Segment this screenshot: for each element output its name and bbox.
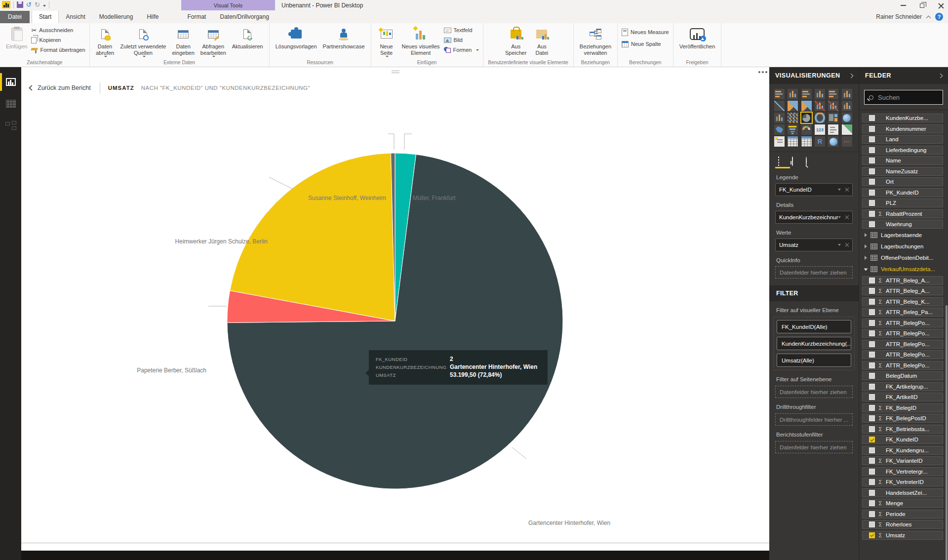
field-row[interactable]: Σ FK_Artikelgrup... <box>862 382 943 391</box>
100-stacked-bar-chart-icon[interactable] <box>828 89 838 99</box>
field-row[interactable]: Σ KundenKurzbe... <box>862 114 943 122</box>
kpi-icon[interactable] <box>842 124 852 135</box>
field-row[interactable]: Σ ATTR_Beleg_A... <box>862 276 943 285</box>
table-row[interactable]: Σ Lagerbestaende <box>862 231 943 240</box>
field-checkbox[interactable] <box>869 168 875 174</box>
field-row[interactable]: Σ Roherloes <box>862 520 943 529</box>
field-row[interactable]: Σ FK_Kundengru... <box>862 446 943 455</box>
field-row[interactable]: Σ ATTR_Beleg_Pa... <box>862 308 943 317</box>
field-checkbox[interactable] <box>869 405 875 411</box>
clustered-bar-chart-icon[interactable] <box>801 89 812 99</box>
line-stacked-column-chart-icon[interactable] <box>828 101 838 111</box>
tab-format[interactable] <box>792 157 793 168</box>
ribbon-chart-icon[interactable] <box>842 101 852 111</box>
field-checkbox[interactable] <box>869 211 875 217</box>
text-box-button[interactable]: Textfeld <box>444 26 479 35</box>
from-store-button[interactable]: Aus Speicher <box>503 25 528 59</box>
field-checkbox[interactable] <box>869 115 875 121</box>
scrollbar-thumb[interactable] <box>946 305 948 560</box>
field-checkbox[interactable] <box>869 426 875 432</box>
chevron-down-icon[interactable] <box>838 216 841 218</box>
field-row[interactable]: Σ Waehrung <box>862 220 943 229</box>
field-row[interactable]: Σ ATTR_BelegPo... <box>862 329 943 338</box>
field-row[interactable]: Σ ATTR_Beleg_K... <box>862 297 943 306</box>
field-row[interactable]: Σ Name <box>862 156 943 165</box>
field-checkbox[interactable] <box>869 200 875 206</box>
recent-sources-button[interactable]: Zuletzt verwendete Quellen <box>118 25 168 59</box>
chevron-down-icon[interactable] <box>838 244 841 246</box>
field-row[interactable]: Σ ATTR_BelegPo... <box>862 319 943 327</box>
collapse-panel-icon[interactable] <box>849 73 854 78</box>
field-checkbox[interactable] <box>869 147 875 153</box>
field-row[interactable]: Σ FK_Betriebssta... <box>862 425 943 434</box>
filter-pill[interactable]: FK_KundeID(Alle) <box>777 320 851 333</box>
cut-button[interactable]: ✂Ausschneiden <box>31 26 85 35</box>
stacked-column-chart-icon[interactable] <box>788 89 798 99</box>
page-filter-dropzone[interactable]: Datenfelder hierher ziehen <box>775 386 853 398</box>
field-row[interactable]: Σ FK_Vertretergr... <box>862 467 943 476</box>
field-row[interactable]: Σ NameZusatz <box>862 167 943 176</box>
chevron-down-icon[interactable] <box>838 189 841 191</box>
field-row[interactable]: Σ FK_VarianteID <box>862 456 943 465</box>
field-row[interactable]: Σ FK_VertreterID <box>862 478 943 486</box>
get-data-button[interactable]: Daten abrufen <box>94 25 117 59</box>
field-row[interactable]: Σ ATTR_BelegPo... <box>862 350 943 359</box>
legend-field-pill[interactable]: FK_KundeID <box>775 183 853 196</box>
from-file-button[interactable]: Aus Datei <box>530 25 553 59</box>
field-checkbox[interactable] <box>869 299 875 305</box>
field-checkbox[interactable] <box>869 126 875 132</box>
expand-icon[interactable] <box>864 269 868 271</box>
field-row[interactable]: Σ Kundennummer <box>862 124 943 133</box>
data-view-button[interactable] <box>0 93 21 115</box>
image-button[interactable]: Bild <box>444 36 479 44</box>
field-checkbox[interactable] <box>869 221 875 227</box>
filter-pill[interactable]: Umsatz(Alle) <box>777 354 851 367</box>
values-field-pill[interactable]: Umsatz <box>775 239 853 251</box>
field-row[interactable]: Σ ATTR_BelegPo... <box>862 361 943 370</box>
field-checkbox[interactable] <box>869 373 875 379</box>
minimize-icon[interactable] <box>901 5 906 6</box>
report-view-button[interactable] <box>0 71 21 93</box>
field-checkbox[interactable] <box>869 521 875 527</box>
field-row[interactable]: Σ FK_BelegID <box>862 403 943 412</box>
field-row[interactable]: Σ Menge <box>862 499 943 508</box>
matrix-icon[interactable] <box>801 136 812 147</box>
partner-showcase-button[interactable]: Partnershowcase <box>321 25 367 59</box>
enter-data-button[interactable]: Daten eingeben <box>170 25 196 59</box>
clustered-column-chart-icon[interactable] <box>815 89 825 99</box>
field-checkbox[interactable] <box>869 415 875 421</box>
report-filter-dropzone[interactable]: Datenfelder hierher ziehen <box>775 441 853 453</box>
line-clustered-column-chart-icon[interactable] <box>815 101 825 111</box>
field-checkbox[interactable] <box>869 437 875 442</box>
tab-fields[interactable] <box>778 157 779 168</box>
field-checkbox[interactable] <box>869 490 875 496</box>
field-checkbox[interactable] <box>869 469 875 475</box>
format-painter-button[interactable]: Format übertragen <box>31 45 85 54</box>
field-checkbox[interactable] <box>869 179 875 185</box>
filled-map-icon[interactable] <box>774 124 785 135</box>
stacked-area-chart-icon[interactable] <box>801 101 812 111</box>
field-checkbox[interactable] <box>869 394 875 400</box>
tab-start[interactable]: Start <box>32 10 59 23</box>
field-row[interactable]: Σ RabattProzent <box>862 209 943 218</box>
expand-icon[interactable] <box>865 244 867 248</box>
table-icon[interactable] <box>788 136 798 147</box>
line-chart-icon[interactable] <box>774 101 785 111</box>
card-icon[interactable]: 123 <box>815 124 825 135</box>
table-row[interactable]: Σ OffenePostenDebit... <box>862 253 943 263</box>
tab-analytics[interactable] <box>806 157 807 168</box>
collapse-panel-icon[interactable] <box>938 73 943 78</box>
treemap-icon[interactable] <box>828 113 838 123</box>
field-checkbox[interactable] <box>869 320 875 326</box>
model-view-button[interactable] <box>0 115 21 136</box>
field-row[interactable]: Σ Periode <box>862 510 943 519</box>
field-checkbox[interactable] <box>869 278 875 283</box>
tab-hilfe[interactable]: Hilfe <box>140 11 165 23</box>
multi-row-card-icon[interactable] <box>828 124 838 135</box>
field-checkbox[interactable] <box>869 384 875 390</box>
field-row[interactable]: Σ Ort <box>862 177 943 186</box>
pie-chart-icon[interactable] <box>801 113 812 123</box>
area-chart-icon[interactable] <box>788 101 798 111</box>
restore-icon[interactable] <box>920 3 924 8</box>
field-checkbox[interactable] <box>869 136 875 142</box>
